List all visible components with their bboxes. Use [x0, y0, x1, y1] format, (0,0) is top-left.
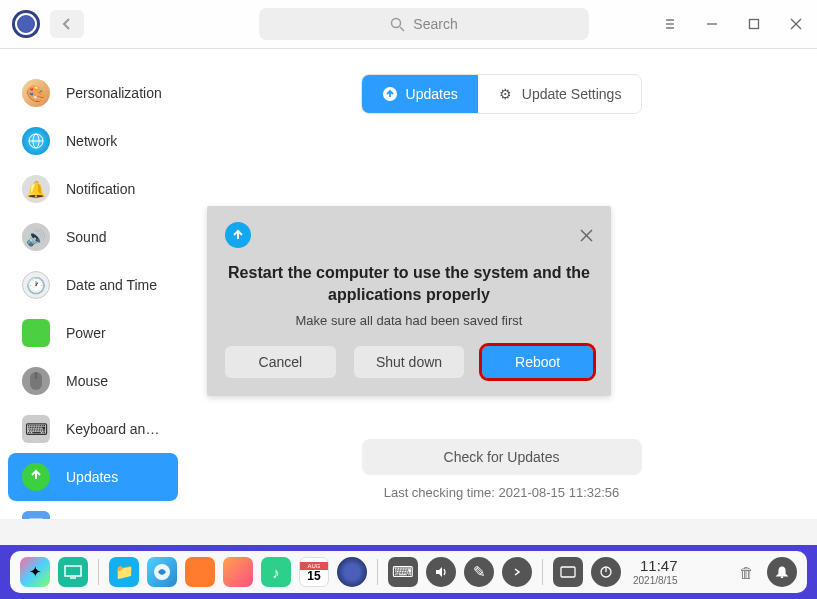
search-icon — [390, 17, 405, 32]
sidebar-item-datetime[interactable]: 🕐 Date and Time — [8, 261, 178, 309]
maximize-button[interactable] — [745, 15, 763, 33]
sidebar-item-keyboard[interactable]: ⌨ Keyboard and ... — [8, 405, 178, 453]
svg-point-0 — [392, 18, 401, 27]
sidebar-item-label: Sound — [66, 229, 106, 245]
browser-icon[interactable] — [147, 557, 177, 587]
settings-app-icon[interactable] — [337, 557, 367, 587]
battery-icon — [22, 319, 50, 347]
info-icon — [22, 511, 50, 519]
clock-icon: 🕐 — [22, 271, 50, 299]
launcher-icon[interactable]: ✦ — [20, 557, 50, 587]
palette-icon: 🎨 — [22, 79, 50, 107]
sidebar-item-systeminfo[interactable]: System Info — [8, 501, 178, 519]
sidebar-item-power[interactable]: Power — [8, 309, 178, 357]
dialog-subtitle: Make sure all data had been saved first — [225, 313, 593, 328]
taskbar: ✦ 📁 ♪ AUG 15 ⌨ ✎ 1 — [10, 551, 807, 593]
taskbar-container: ✦ 📁 ♪ AUG 15 ⌨ ✎ 1 — [0, 545, 817, 599]
keyboard-tray-icon[interactable]: ⌨ — [388, 557, 418, 587]
check-updates-button[interactable]: Check for Updates — [362, 439, 642, 475]
dialog-close-button[interactable] — [580, 229, 593, 242]
sidebar-item-sound[interactable]: 🔊 Sound — [8, 213, 178, 261]
app-icon — [12, 10, 40, 38]
sidebar-item-mouse[interactable]: Mouse — [8, 357, 178, 405]
speaker-icon: 🔊 — [22, 223, 50, 251]
expand-tray-icon[interactable] — [502, 557, 532, 587]
trash-tray-icon[interactable]: 🗑 — [731, 557, 761, 587]
back-button[interactable] — [50, 10, 84, 38]
clipboard-tray-icon[interactable]: ✎ — [464, 557, 494, 587]
sidebar-item-label: Keyboard and ... — [66, 421, 164, 437]
last-check-text: Last checking time: 2021-08-15 11:32:56 — [384, 485, 620, 500]
window-controls — [661, 15, 805, 33]
search-placeholder: Search — [413, 16, 457, 32]
maximize-icon — [748, 18, 760, 30]
date-text: 2021/8/15 — [633, 575, 678, 586]
sidebar-item-label: Mouse — [66, 373, 108, 389]
sidebar-item-updates[interactable]: Updates — [8, 453, 178, 501]
tab-row: Updates ⚙ Update Settings — [361, 74, 643, 114]
upload-icon — [382, 86, 398, 102]
keyboard-icon: ⌨ — [22, 415, 50, 443]
sidebar: 🎨 Personalization Network 🔔 Notification… — [0, 49, 186, 519]
check-button-label: Check for Updates — [444, 449, 560, 465]
power-tray-icon[interactable] — [591, 557, 621, 587]
network-icon — [22, 127, 50, 155]
sidebar-item-network[interactable]: Network — [8, 117, 178, 165]
button-label: Reboot — [515, 354, 560, 370]
tab-label: Update Settings — [522, 86, 622, 102]
minimize-icon — [705, 17, 719, 31]
mouse-icon — [22, 367, 50, 395]
sidebar-item-label: System Info — [66, 517, 140, 519]
restart-dialog: Restart the computer to use the system a… — [207, 206, 611, 396]
sidebar-item-label: Notification — [66, 181, 135, 197]
svg-rect-6 — [750, 20, 759, 29]
music-icon[interactable]: ♪ — [261, 557, 291, 587]
tab-updates[interactable]: Updates — [362, 75, 478, 113]
svg-rect-21 — [561, 567, 575, 577]
time-text: 11:47 — [633, 558, 678, 575]
reboot-button[interactable]: Reboot — [482, 346, 593, 378]
shutdown-button[interactable]: Shut down — [354, 346, 465, 378]
sidebar-item-label: Updates — [66, 469, 118, 485]
calendar-icon[interactable]: AUG 15 — [299, 557, 329, 587]
minimize-button[interactable] — [703, 15, 721, 33]
sidebar-item-notification[interactable]: 🔔 Notification — [8, 165, 178, 213]
dialog-title: Restart the computer to use the system a… — [225, 262, 593, 307]
sidebar-item-personalization[interactable]: 🎨 Personalization — [8, 69, 178, 117]
cancel-button[interactable]: Cancel — [225, 346, 336, 378]
volume-tray-icon[interactable] — [426, 557, 456, 587]
hamburger-icon — [663, 18, 677, 30]
photos-icon[interactable] — [223, 557, 253, 587]
sidebar-item-label: Date and Time — [66, 277, 157, 293]
close-button[interactable] — [787, 15, 805, 33]
gear-icon: ⚙ — [498, 86, 514, 102]
desktop-icon[interactable] — [58, 557, 88, 587]
button-label: Shut down — [376, 354, 442, 370]
tab-label: Updates — [406, 86, 458, 102]
sidebar-item-label: Network — [66, 133, 117, 149]
screen-tray-icon[interactable] — [553, 557, 583, 587]
svg-rect-18 — [65, 566, 81, 576]
chevron-left-icon — [62, 17, 72, 31]
svg-line-1 — [400, 27, 404, 31]
close-icon — [790, 18, 802, 30]
menu-button[interactable] — [661, 15, 679, 33]
clock[interactable]: 11:47 2021/8/15 — [633, 558, 678, 586]
sidebar-item-label: Personalization — [66, 85, 162, 101]
close-icon — [580, 229, 593, 242]
store-icon[interactable] — [185, 557, 215, 587]
upload-circle-icon — [225, 222, 251, 248]
update-icon — [22, 463, 50, 491]
tab-update-settings[interactable]: ⚙ Update Settings — [478, 75, 642, 113]
files-icon[interactable]: 📁 — [109, 557, 139, 587]
notification-tray-icon[interactable] — [767, 557, 797, 587]
search-input[interactable]: Search — [259, 8, 589, 40]
bell-icon: 🔔 — [22, 175, 50, 203]
sidebar-item-label: Power — [66, 325, 106, 341]
button-label: Cancel — [259, 354, 303, 370]
titlebar: Search — [0, 0, 817, 49]
